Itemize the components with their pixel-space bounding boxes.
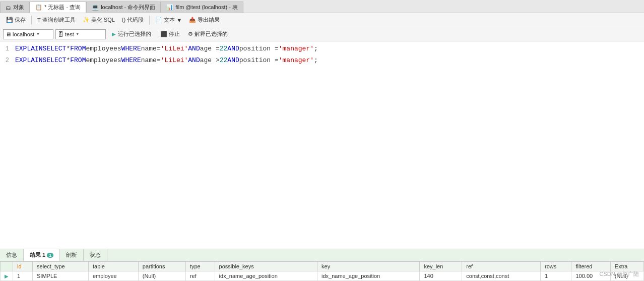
line-number: 2 [0, 56, 15, 66]
code-line: 1EXPLAIN SELECT * FROM employees WHERE n… [0, 43, 644, 55]
table-icon: 📊 [166, 4, 173, 11]
code-token: position = [239, 55, 279, 66]
code-token: AND [227, 44, 239, 54]
code-token: name= [141, 55, 161, 66]
beautify-icon: ✨ [83, 17, 90, 23]
tab-query-label: * 无标题 - 查询 [44, 4, 81, 11]
code-token: * [66, 44, 70, 54]
bottom-tab-info[interactable]: 信息 [0, 249, 24, 261]
sql-editor[interactable]: 1EXPLAIN SELECT * FROM employees WHERE n… [0, 41, 644, 249]
tab-table-label: film @test (localhost) - 表 [175, 4, 238, 11]
cell-rows: 1 [541, 271, 571, 281]
cell-select_type: SIMPLE [33, 271, 89, 281]
table-body: ▶1SIMPLEemployee(Null)refidx_name_age_po… [1, 271, 644, 281]
code-token: 'LiLei' [161, 55, 188, 66]
code-token: 22 [220, 55, 228, 66]
db-icon: 🗄 [58, 31, 63, 37]
results-table: idselect_typetablepartitionstypepossible… [0, 261, 644, 281]
run-button[interactable]: ▶ 运行已选择的 [108, 29, 155, 39]
db-dropdown-icon: ▼ [76, 32, 80, 36]
export-button[interactable]: 📤 导出结果 [186, 15, 223, 25]
table-header-row: idselect_typetablepartitionstypepossible… [1, 262, 644, 271]
text-icon: 📄 [155, 17, 162, 23]
code-token: AND [188, 55, 200, 66]
query-icon: 📋 [35, 4, 42, 11]
tab-badge: 1 [47, 253, 53, 258]
code-token: EXPLAIN [15, 55, 43, 66]
column-header-key_len: key_len [420, 262, 462, 271]
tab-terminal[interactable]: 💻 localhost - 命令列界面 [86, 2, 161, 13]
query-builder-icon: T [37, 17, 41, 23]
results-container: idselect_typetablepartitionstypepossible… [0, 261, 644, 281]
bottom-tab-result1[interactable]: 结果 11 [24, 249, 60, 261]
main-toolbar: 💾 保存 T 查询创建工具 ✨ 美化 SQL () 代码段 📄 文本 ▼ 📤 导… [0, 13, 644, 27]
code-token: SELECT [43, 44, 67, 54]
cell-possible_keys: idx_name_age_position [215, 271, 317, 281]
connection-select[interactable]: 🖥 localhost ▼ [3, 29, 53, 39]
toolbar-sep-1 [31, 16, 32, 25]
bottom-tab-profiling[interactable]: 剖析 [60, 249, 84, 261]
stop-icon: ⬛ [160, 31, 167, 37]
cell-key: idx_name_age_position [317, 271, 420, 281]
watermark: CSDN @赵广陆 [600, 270, 639, 278]
row-indicator-header [1, 262, 13, 271]
stop-button[interactable]: ⬛ 停止 [157, 29, 183, 39]
code-token: WHERE [121, 44, 141, 54]
column-header-table: table [88, 262, 138, 271]
column-header-select_type: select_type [33, 262, 89, 271]
save-icon: 💾 [6, 17, 13, 23]
bottom-tab-bar: 信息结果 11剖析状态 [0, 249, 644, 261]
code-tokens: EXPLAIN SELECT * FROM employees WHERE na… [15, 55, 318, 66]
code-token: 'manager' [279, 55, 314, 66]
code-token: AND [188, 44, 200, 54]
code-token: position = [239, 44, 279, 54]
toolbar-sep-2 [149, 16, 150, 25]
code-token: ; [314, 44, 318, 54]
tab-table[interactable]: 📊 film @test (localhost) - 表 [161, 2, 243, 13]
save-button[interactable]: 💾 保存 [3, 15, 29, 25]
explain-button[interactable]: ⚙ 解释已选择的 [185, 29, 231, 39]
column-header-partitions: partitions [138, 262, 185, 271]
bottom-tab-status[interactable]: 状态 [84, 249, 107, 261]
database-select[interactable]: 🗄 test ▼ [55, 29, 106, 39]
bottom-panel: 信息结果 11剖析状态 idselect_typetablepartitions… [0, 249, 644, 281]
run-play-icon: ▶ [112, 31, 116, 37]
code-token: WHERE [121, 55, 141, 66]
code-token: age = [200, 44, 220, 54]
tab-bar: 🗂 对象 📋 * 无标题 - 查询 💻 localhost - 命令列界面 📊 … [0, 0, 644, 13]
beautify-button[interactable]: ✨ 美化 SQL [80, 15, 118, 25]
column-header-key: key [317, 262, 420, 271]
code-token: SELECT [43, 55, 67, 66]
app-container: 🗂 对象 📋 * 无标题 - 查询 💻 localhost - 命令列界面 📊 … [0, 0, 644, 281]
cell-ref: const,const,const [462, 271, 541, 281]
text-dropdown-icon: ▼ [176, 17, 182, 23]
text-button[interactable]: 📄 文本 ▼ [152, 15, 185, 25]
object-icon: 🗂 [6, 5, 11, 11]
row-arrow-icon: ▶ [5, 273, 9, 279]
terminal-icon: 💻 [92, 4, 99, 11]
cell-id: 1 [13, 271, 33, 281]
conn-icon: 🖥 [6, 31, 11, 37]
connection-bar: 🖥 localhost ▼ 🗄 test ▼ ▶ 运行已选择的 ⬛ 停止 ⚙ 解… [0, 27, 644, 41]
explain-icon: ⚙ [188, 31, 193, 37]
column-header-possible_keys: possible_keys [215, 262, 317, 271]
conn-dropdown-icon: ▼ [36, 32, 40, 36]
tab-terminal-label: localhost - 命令列界面 [101, 4, 155, 11]
tab-object[interactable]: 🗂 对象 [0, 2, 30, 13]
code-token: * [66, 55, 70, 66]
tab-query[interactable]: 📋 * 无标题 - 查询 [30, 2, 86, 13]
column-header-filtered: filtered [571, 262, 610, 271]
code-token: FROM [70, 44, 86, 54]
code-token: ; [314, 55, 318, 66]
export-icon: 📤 [189, 17, 196, 23]
code-snippet-button[interactable]: () 代码段 [119, 15, 147, 25]
code-token: age > [200, 55, 220, 66]
code-token: employees [86, 44, 121, 54]
code-token: AND [227, 55, 239, 66]
query-builder-button[interactable]: T 查询创建工具 [34, 15, 79, 25]
code-token: 'manager' [279, 44, 314, 54]
column-header-ref: ref [462, 262, 541, 271]
code-tokens: EXPLAIN SELECT * FROM employees WHERE na… [15, 44, 318, 54]
code-token: name= [141, 44, 161, 54]
table-row[interactable]: ▶1SIMPLEemployee(Null)refidx_name_age_po… [1, 271, 644, 281]
